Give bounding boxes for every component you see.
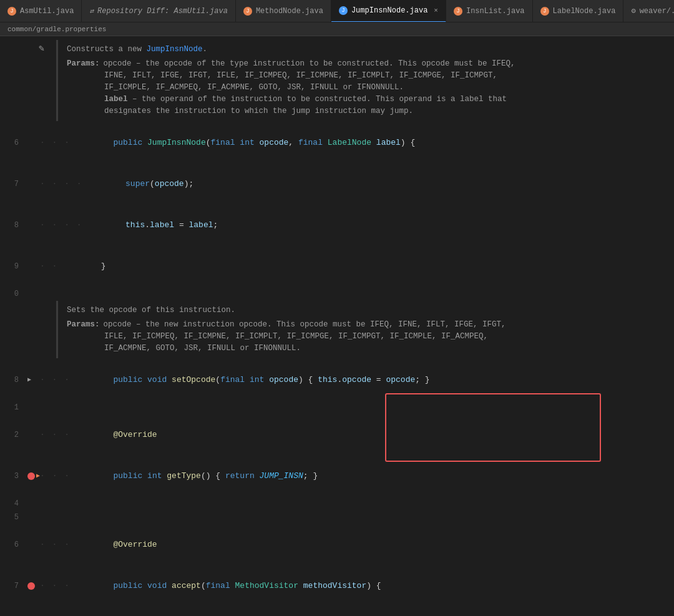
javadoc-params-text1a: IFNE, IFLT, IFGE, IFGT, IFLE, IF_ICMPEQ,… <box>104 70 665 82</box>
code-line-c1: 1 <box>0 401 674 414</box>
line-num-8: 8 <box>0 218 27 232</box>
line-code-c6: @Override <box>74 524 674 565</box>
code-line-c3: 3 ▶ · · · public int getType() { return … <box>0 456 674 497</box>
javadoc-params2-text1: IFLE, IF_ICMPEQ, IF_ICMPNE, IF_ICMPLT, I… <box>104 331 665 343</box>
tab-label-asmutil: AsmUtil.java <box>20 7 74 16</box>
line-code-c7: public void accept(final MethodVisitor m… <box>74 565 674 607</box>
line-code-c3: public int getType() { return JUMP_INSN;… <box>74 456 674 497</box>
line-dots-8: · · · · <box>40 218 83 232</box>
line-code-7: super(opcode); <box>87 164 674 205</box>
line-code-6: public JumpInsnNode(final int opcode, fi… <box>74 122 674 164</box>
code-line-10: 0 <box>0 287 674 301</box>
tab-icon-methodnode: J <box>243 7 252 16</box>
javadoc-params-text2: designates the instruction to which the … <box>104 105 665 117</box>
line-num-c2: 2 <box>0 428 27 442</box>
breadcrumb-bar: common/gradle.properties <box>0 22 674 36</box>
javadoc-params-label2: label – the operand of the instruction t… <box>104 94 665 105</box>
code-line-7: 7 · · · · super(opcode); <box>0 164 674 205</box>
javadoc-params2-text2: IF_ACMPNE, GOTO, JSR, IFNULL or IFNONNUL… <box>104 343 665 354</box>
line-gutter-c3: ▶ <box>27 469 40 483</box>
code-line-c6: 6 · · · @Override <box>0 524 674 565</box>
line-dots-c2: · · · <box>40 428 71 442</box>
tab-label-labelnode: LabelNode.java <box>553 7 616 16</box>
line-num-9: 9 <box>0 260 27 273</box>
line-dots-7: · · · · <box>40 177 83 191</box>
line-num-c1: 1 <box>0 401 27 414</box>
javadoc-params-text1b: IF_ICMPLE, IF_ACMPEQ, IF_ACMPNE, GOTO, J… <box>104 82 665 94</box>
line-code-c2: @Override <box>74 414 674 456</box>
code-line-6: 6 · · · public JumpInsnNode(final int op… <box>0 122 674 164</box>
editor-container: J AsmUtil.java ⇄ Repository Diff: AsmUti… <box>0 0 674 616</box>
javadoc-block-constructor: Constructs a new JumpInsnNode. Params:op… <box>56 40 674 121</box>
code-line-8: 8 · · · · this.label = label; <box>0 205 674 246</box>
tab-bar: J AsmUtil.java ⇄ Repository Diff: AsmUti… <box>0 0 674 22</box>
code-line-c4: 4 <box>0 497 674 511</box>
tab-labelnode[interactable]: J LabelNode.java <box>533 0 624 22</box>
edit-icon[interactable]: ✎ <box>39 42 44 54</box>
tab-icon-insnlist: J <box>454 7 462 16</box>
tab-jumpinsn[interactable]: J JumpInsnNode.java × <box>331 0 446 22</box>
code-line-c2: 2 · · · @Override <box>0 414 674 456</box>
code-line-c5: 5 <box>0 511 674 524</box>
code-line-9: 9 · · } <box>0 246 674 287</box>
line-code-c8: methodVisitor.visitJumpInsn(opcode, labe… <box>87 607 674 616</box>
javadoc-period: . <box>203 45 208 54</box>
line-num-c7: 7 <box>0 579 27 593</box>
tab-insnlist[interactable]: J InsnList.java <box>446 0 533 22</box>
tab-icon-labelnode: J <box>540 7 549 16</box>
line-dots-c6: · · · <box>40 538 71 552</box>
line-num-c6: 6 <box>0 538 27 552</box>
tab-icon-jumpinsn: J <box>339 6 348 15</box>
line-gutter-b8: ▶ <box>27 373 40 387</box>
line-gutter-c7 <box>27 582 40 590</box>
collapse-arrow-b8[interactable]: ▶ <box>27 373 31 387</box>
javadoc-params2-label: Params:opcode – the new instruction opco… <box>67 319 665 331</box>
tab-diff-arrow: ⇄ <box>89 7 94 15</box>
close-tab-jumpinsn[interactable]: × <box>434 7 438 14</box>
javadoc-params-label1: Params:opcode – the opcode of the type i… <box>67 58 665 70</box>
line-dots-c7: · · · <box>40 579 71 593</box>
tab-label-weaver: weaver/... <box>640 7 674 16</box>
code-line-c8: 8 · · · · methodVisitor.visitJumpInsn(op… <box>0 607 674 616</box>
tab-label-insnlist: InsnList.java <box>466 7 525 16</box>
line-code-b8: public void setOpcode(final int opcode) … <box>74 359 674 401</box>
code-line-b8: 8 ▶ · · · public void setOpcode(final in… <box>0 359 674 401</box>
breakpoint-c3 <box>27 472 35 480</box>
breadcrumb: common/gradle.properties <box>7 26 106 33</box>
line-dots-9: · · <box>40 260 58 273</box>
javadoc-line-constructs: Constructs a new JumpInsnNode. <box>67 44 665 56</box>
line-num-c5: 5 <box>0 511 27 524</box>
tab-icon-weaver: ⚙ <box>631 6 635 16</box>
tab-icon-asmutil: J <box>7 7 16 16</box>
javadoc-link-jumpinsn[interactable]: JumpInsnNode <box>147 45 203 54</box>
tab-label-jumpinsn: JumpInsnNode.java <box>351 6 427 15</box>
javadoc-block-setopcode: Sets the opcode of this instruction. Par… <box>56 301 674 358</box>
line-num-7: 7 <box>0 177 27 191</box>
tab-weaver[interactable]: ⚙ weaver/... <box>623 0 674 22</box>
line-code-8: this.label = label; <box>87 205 674 246</box>
line-dots-b8: · · · <box>40 373 71 387</box>
tab-methodnode[interactable]: J MethodNode.java <box>236 0 331 22</box>
line-num-c4: 4 <box>0 497 27 511</box>
tab-asmutil[interactable]: J AsmUtil.java <box>0 0 82 22</box>
line-num-b8: 8 <box>0 373 27 387</box>
line-dots-6: · · · <box>40 136 71 150</box>
tab-repodiff[interactable]: ⇄ Repository Diff: AsmUtil.java <box>82 0 235 22</box>
tab-label-repodiff: Repository Diff: AsmUtil.java <box>97 7 228 16</box>
breakpoint-c7 <box>27 582 35 590</box>
code-line-c7: 7 · · · public void accept(final MethodV… <box>0 565 674 607</box>
line-dots-c3: · · · <box>40 469 71 483</box>
javadoc-text-constructs: Constructs a new <box>67 45 147 54</box>
code-area: ✎ Constructs a new JumpInsnNode. Params:… <box>0 36 674 616</box>
line-num-10: 0 <box>0 287 27 301</box>
tab-label-methodnode: MethodNode.java <box>256 7 323 16</box>
line-code-9: } <box>62 246 674 287</box>
line-num-6: 6 <box>0 136 27 150</box>
javadoc-line-sets: Sets the opcode of this instruction. <box>67 305 665 316</box>
line-num-c3: 3 <box>0 469 27 483</box>
